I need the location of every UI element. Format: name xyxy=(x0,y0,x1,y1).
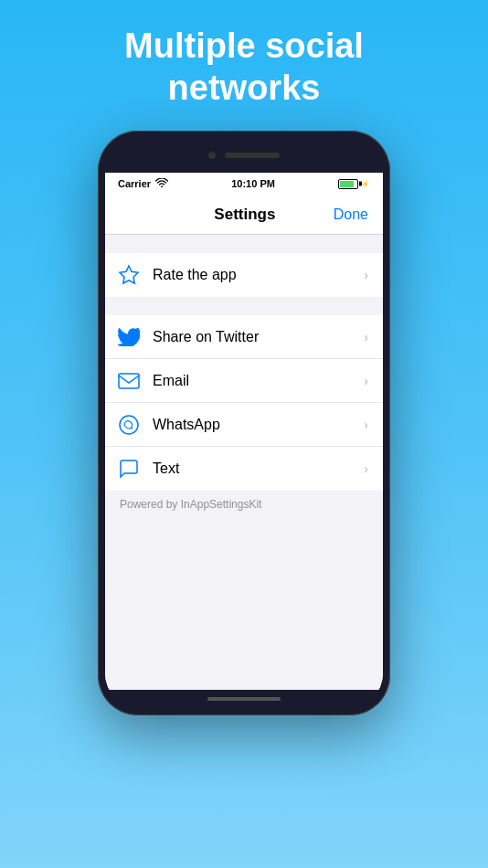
carrier-label: Carrier xyxy=(118,178,151,189)
email-icon xyxy=(116,368,142,394)
status-bar: Carrier 10:10 PM ⚡ xyxy=(105,173,383,195)
content-area: Rate the app › Share on Twitter xyxy=(105,235,383,690)
camera-dot xyxy=(208,152,216,159)
email-label: Email xyxy=(153,373,364,389)
text-icon xyxy=(116,456,142,482)
phone-bottom xyxy=(105,690,383,708)
svg-rect-0 xyxy=(119,374,139,388)
list-item-email[interactable]: Email › xyxy=(105,359,383,403)
section-gap-top xyxy=(105,235,383,253)
twitter-label: Share on Twitter xyxy=(153,329,364,345)
whatsapp-icon xyxy=(116,412,142,438)
twitter-icon xyxy=(116,324,142,350)
done-button[interactable]: Done xyxy=(334,206,368,223)
rate-label: Rate the app xyxy=(153,267,364,283)
nav-bar: Settings Done xyxy=(105,195,383,235)
chevron-rate: › xyxy=(364,268,368,282)
whatsapp-label: WhatsApp xyxy=(153,417,364,433)
chevron-email: › xyxy=(364,374,368,388)
star-icon xyxy=(116,262,142,288)
phone-inner: Carrier 10:10 PM ⚡ xyxy=(105,138,383,708)
battery-icon xyxy=(338,179,358,189)
list-item-text[interactable]: Text › xyxy=(105,447,383,491)
phone-top-bar xyxy=(105,138,383,173)
list-item-whatsapp[interactable]: WhatsApp › xyxy=(105,403,383,447)
text-label: Text xyxy=(153,460,364,477)
bolt-icon: ⚡ xyxy=(361,180,370,188)
chevron-twitter: › xyxy=(364,330,368,344)
speaker-bar xyxy=(225,153,280,158)
status-time: 10:10 PM xyxy=(231,178,275,189)
phone-outer: Carrier 10:10 PM ⚡ xyxy=(98,131,390,715)
share-section: Share on Twitter › Email › xyxy=(105,315,383,491)
wifi-icon xyxy=(155,178,168,189)
screen: Carrier 10:10 PM ⚡ xyxy=(105,173,383,690)
home-indicator xyxy=(207,697,281,701)
nav-title: Settings xyxy=(214,206,275,224)
rate-section: Rate the app › xyxy=(105,253,383,297)
svg-point-1 xyxy=(120,416,138,434)
list-item-twitter[interactable]: Share on Twitter › xyxy=(105,315,383,359)
section-gap-middle xyxy=(105,297,383,315)
chevron-text: › xyxy=(364,461,368,476)
header-title: Multiple socialnetworks xyxy=(88,0,400,131)
list-item-rate[interactable]: Rate the app › xyxy=(105,253,383,297)
status-right: ⚡ xyxy=(338,179,370,189)
chevron-whatsapp: › xyxy=(364,418,368,432)
status-left: Carrier xyxy=(118,178,168,189)
powered-by: Powered by InAppSettingsKit xyxy=(105,491,383,518)
